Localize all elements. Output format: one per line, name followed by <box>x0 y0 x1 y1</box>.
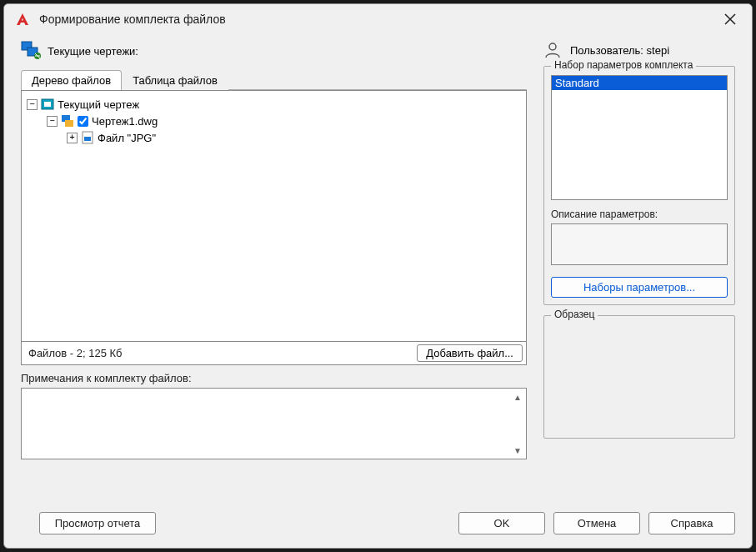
window-title: Формирование комплекта файлов <box>39 13 718 26</box>
paramset-item[interactable]: Standard <box>552 76 727 90</box>
svg-rect-8 <box>84 137 91 141</box>
user-label: Пользователь: stepi <box>570 44 669 57</box>
expander-icon[interactable]: − <box>27 99 38 110</box>
tree-drawing[interactable]: − Чертеж1.dwg <box>27 113 521 129</box>
current-drawings-label: Текущие чертежи: <box>48 45 138 58</box>
tree-node-label: Чертеж1.dwg <box>92 115 158 128</box>
svg-rect-6 <box>65 120 73 127</box>
sample-group-title: Образец <box>551 309 598 320</box>
notes-label: Примечания к комплекту файлов: <box>21 372 527 384</box>
tab-file-table[interactable]: Таблица файлов <box>122 70 228 90</box>
dialog-window: Формирование комплекта файлов Текущие <box>3 3 753 549</box>
scroll-up-icon[interactable]: ▲ <box>511 390 524 404</box>
close-icon[interactable] <box>718 8 742 31</box>
tree-node-label: Текущий чертеж <box>58 98 139 111</box>
tree-node-label: Файл "JPG" <box>98 132 156 144</box>
tab-file-tree[interactable]: Дерево файлов <box>21 70 122 90</box>
app-icon <box>14 11 31 28</box>
cancel-button[interactable]: Отмена <box>553 512 640 534</box>
preview-report-button[interactable]: Просмотр отчета <box>39 512 156 534</box>
tree-child-file[interactable]: + Файл "JPG" <box>27 129 521 146</box>
status-bar: Файлов - 2; 125 Кб Добавить файл... <box>21 342 527 365</box>
expander-icon[interactable]: + <box>67 133 78 143</box>
svg-rect-4 <box>44 102 51 107</box>
dwg-file-icon <box>61 114 74 128</box>
tabs: Дерево файлов Таблица файлов <box>21 69 527 90</box>
notes-textarea[interactable]: ▲ ▼ <box>21 388 527 459</box>
dialog-buttons: Просмотр отчета OK Отмена Справка <box>4 512 752 548</box>
sample-group: Образец <box>543 315 735 439</box>
node-checkbox[interactable] <box>78 116 88 127</box>
file-tree[interactable]: − Текущий чертеж − Чертеж1.dwg <box>21 90 527 342</box>
file-count-status: Файлов - 2; 125 Кб <box>25 347 417 359</box>
paramset-group: Набор параметров комплекта Standard Опис… <box>543 66 735 305</box>
drawings-icon <box>21 41 41 61</box>
tree-root[interactable]: − Текущий чертеж <box>27 96 521 113</box>
paramset-group-title: Набор параметров комплекта <box>551 59 696 71</box>
jpg-file-icon <box>81 131 94 144</box>
svg-point-9 <box>549 43 556 50</box>
dialog-content: Текущие чертежи: Дерево файлов Таблица ф… <box>4 34 752 512</box>
help-button[interactable]: Справка <box>648 512 735 534</box>
drawing-root-icon <box>41 98 54 111</box>
paramset-listbox[interactable]: Standard <box>551 75 728 200</box>
param-desc-box <box>551 223 728 265</box>
paramsets-button[interactable]: Наборы параметров... <box>551 277 728 298</box>
ok-button[interactable]: OK <box>458 512 545 534</box>
user-icon <box>543 41 562 59</box>
titlebar: Формирование комплекта файлов <box>4 4 752 34</box>
expander-icon[interactable]: − <box>47 116 58 127</box>
param-desc-label: Описание параметров: <box>551 208 728 220</box>
scroll-down-icon[interactable]: ▼ <box>511 444 524 457</box>
add-file-button[interactable]: Добавить файл... <box>417 344 523 362</box>
